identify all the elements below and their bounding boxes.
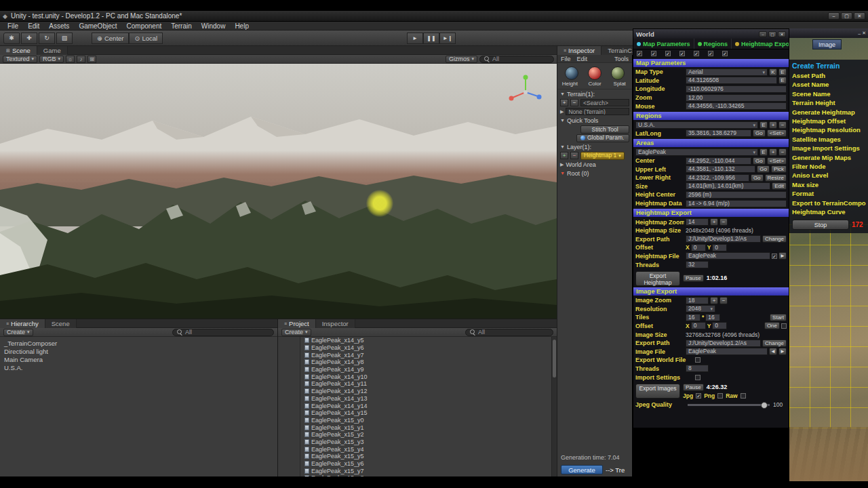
heightmap-zoom-field[interactable]: 14 — [686, 218, 709, 226]
jpeg-quality-slider[interactable] — [688, 404, 770, 406]
lower-right-field[interactable]: 44.2322, -109.956 — [686, 174, 749, 182]
hierarchy-search-input[interactable]: All — [172, 329, 274, 336]
project-file-item[interactable]: EaglePeak_x14_y5 — [300, 337, 551, 344]
center-field[interactable]: 44.2952, -110.044 — [686, 157, 751, 165]
menu-item[interactable]: Assets — [44, 22, 74, 30]
pause-export-button[interactable]: Pause — [683, 384, 704, 391]
raw-checkbox[interactable] — [741, 393, 746, 399]
project-file-item[interactable]: EaglePeak_x15_y0 — [300, 417, 551, 424]
audio-toggle-icon[interactable]: ♪ — [77, 56, 85, 63]
lighting-toggle-icon[interactable]: ☼ — [66, 56, 75, 63]
foldout-open-icon[interactable]: ▼ — [560, 118, 565, 123]
maximize-button[interactable]: ▢ — [841, 12, 852, 20]
tab-heightmap-export[interactable]: Heightmap Export — [732, 39, 789, 49]
generate-button[interactable]: Generate — [561, 465, 603, 474]
minimize-button[interactable]: – — [858, 31, 861, 36]
create-terrain-item[interactable]: Generate Mip Maps — [792, 153, 868, 162]
jpg-checkbox[interactable]: ✓ — [696, 393, 701, 399]
menu-item[interactable]: Help — [230, 22, 254, 30]
layer-add-button[interactable]: + — [560, 152, 568, 159]
export-world-file-checkbox[interactable] — [695, 357, 701, 363]
option-checkbox[interactable]: ✓ — [637, 51, 642, 56]
hierarchy-create-dropdown[interactable]: Create▾ — [3, 329, 33, 336]
go-button[interactable]: Go — [753, 129, 766, 137]
create-terrain-item[interactable]: Asset Path — [792, 71, 868, 80]
project-file-item[interactable]: EaglePeak_x15_y5 — [300, 453, 551, 460]
height-mode-icon[interactable] — [565, 66, 578, 80]
edit-button[interactable]: Edit — [772, 182, 787, 190]
create-terrain-item[interactable]: Asset Name — [792, 80, 868, 89]
region-dropdown[interactable]: U.S.A. — [635, 121, 758, 129]
project-file-item[interactable]: EaglePeak_x15_y3 — [300, 439, 551, 446]
terrain-object-field[interactable]: None (Terrain) — [566, 108, 629, 115]
mode-label-splat[interactable]: Splat — [607, 81, 632, 87]
option-checkbox[interactable]: ✓ — [651, 51, 656, 56]
menu-item[interactable]: GameObject — [74, 22, 121, 30]
export-path-field[interactable]: J:/Unity/Develop1.2/As — [686, 235, 761, 243]
image-zoom-field[interactable]: 18 — [686, 297, 709, 304]
foldout-open-icon[interactable]: ▼ — [560, 92, 565, 96]
layer-remove-button[interactable]: − — [570, 152, 578, 159]
pause-export-button[interactable]: Pause — [683, 274, 704, 282]
project-file-item[interactable]: EaglePeak_x14_y13 — [300, 395, 551, 403]
create-terrain-item[interactable]: Generate Heightmap — [792, 108, 868, 117]
project-file-item[interactable]: EaglePeak_x15_y1 — [300, 424, 551, 431]
zoom-decrease-button[interactable]: − — [719, 218, 728, 226]
stitch-tool-button[interactable]: Stitch Tool — [580, 125, 629, 134]
go-button[interactable]: Go — [757, 165, 770, 173]
splat-mode-icon[interactable] — [611, 66, 625, 80]
menu-item[interactable]: Terrain — [166, 22, 197, 30]
option-checkbox[interactable]: ✓ — [708, 51, 713, 56]
pause-button[interactable]: ❚❚ — [423, 33, 439, 44]
hierarchy-item[interactable]: _TerrainComposer — [0, 339, 277, 347]
tab-regions[interactable]: Regions — [694, 39, 732, 49]
project-file-item[interactable]: EaglePeak_x14_y10 — [300, 373, 551, 380]
move-tool-icon[interactable]: ✚ — [21, 33, 37, 44]
offset-x-field[interactable]: 0 — [691, 244, 706, 251]
tiles-x-field[interactable]: 16 — [686, 314, 701, 321]
import-settings-checkbox[interactable] — [695, 375, 701, 380]
terrain-search-input[interactable]: <Search> — [580, 99, 629, 106]
project-file-item[interactable]: EaglePeak_x14_y6 — [300, 344, 551, 352]
create-terrain-item[interactable]: Format — [792, 189, 868, 198]
project-search-input[interactable]: All — [465, 329, 553, 336]
rotate-tool-icon[interactable]: ↻ — [39, 33, 55, 44]
world-area-label[interactable]: World Area — [566, 161, 595, 168]
create-terrain-item[interactable]: Filter Node — [792, 162, 868, 171]
png-checkbox[interactable] — [717, 393, 723, 399]
create-terrain-item[interactable]: Heightmap Offset — [792, 117, 868, 125]
set-button[interactable]: <Set> — [767, 157, 787, 165]
project-file-item[interactable]: EaglePeak_x14_y14 — [300, 402, 551, 409]
tab-image[interactable]: Image — [812, 39, 842, 49]
menu-edit[interactable]: Edit — [577, 56, 588, 62]
create-terrain-item[interactable]: Export to TerrainCompo — [792, 199, 868, 207]
longitude-field[interactable]: -110.0602976 — [686, 85, 787, 93]
effects-toggle-icon[interactable]: ⊞ — [87, 56, 96, 63]
e-button[interactable]: E — [778, 68, 787, 76]
image-export-path-field[interactable]: J:/Unity/Develop1.2/As — [686, 340, 761, 347]
zoom-increase-button[interactable]: + — [710, 218, 718, 226]
axis-gizmo[interactable] — [507, 72, 545, 110]
create-terrain-item[interactable]: Heightmap Curve — [792, 207, 868, 216]
project-create-dropdown[interactable]: Create▾ — [281, 329, 311, 336]
e-button[interactable]: E — [778, 77, 787, 84]
remove-area-button[interactable]: − — [778, 148, 787, 156]
hierarchy-item[interactable]: Directional light — [0, 347, 277, 355]
tab-project[interactable]: ≡Project — [278, 319, 316, 328]
mode-label-height[interactable]: Height — [557, 81, 583, 87]
size-field[interactable]: 14.01(km), 14.01(km) — [686, 182, 770, 190]
create-terrain-item[interactable]: Scene Name — [792, 89, 868, 98]
foldout-closed-icon[interactable]: ▶ — [560, 162, 564, 167]
image-threads-field[interactable]: 8 — [686, 365, 709, 372]
color-mode-icon[interactable] — [588, 66, 601, 80]
quick-tools-label[interactable]: Quick Tools — [567, 117, 598, 124]
export-images-button[interactable]: Export Images — [635, 384, 680, 399]
option-checkbox[interactable]: ✓ — [694, 51, 699, 56]
one-checkbox[interactable] — [781, 323, 787, 329]
draw-mode-dropdown[interactable]: Textured▾ — [3, 56, 37, 63]
e-button[interactable]: E — [760, 121, 768, 129]
mode-label-color[interactable]: Color — [583, 81, 608, 87]
project-file-item[interactable]: EaglePeak_x14_y15 — [300, 409, 551, 417]
zoom-increase-button[interactable]: + — [710, 297, 718, 304]
set-button[interactable]: <Set> — [767, 129, 787, 137]
